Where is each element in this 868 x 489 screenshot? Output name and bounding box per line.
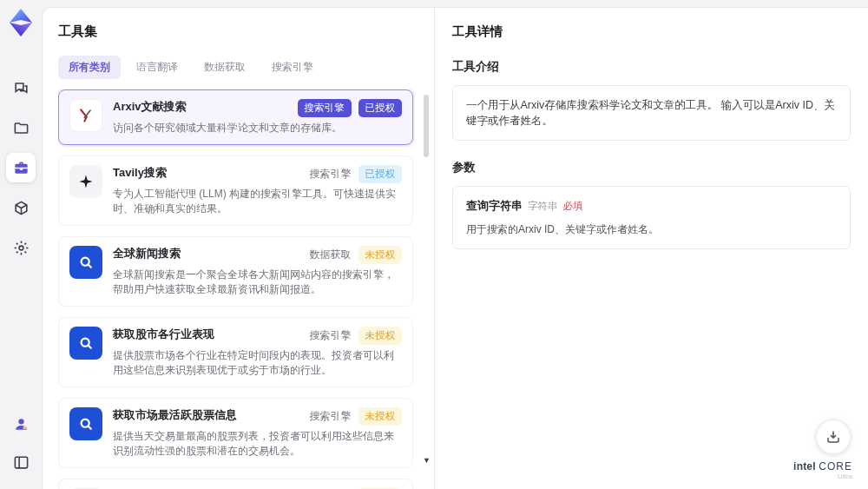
category-tabs: 所有类别 语言翻译 数据获取 搜索引擎 (58, 56, 434, 79)
folder-icon (13, 120, 30, 136)
scrollbar-thumb[interactable] (424, 95, 429, 157)
tab-search-engine[interactable]: 搜索引擎 (261, 56, 324, 79)
details-column: 工具详情 工具介绍 一个用于从Arxiv存储库搜索科学论文和文章的工具。 输入可… (435, 8, 868, 489)
auth-badge: 已授权 (358, 99, 403, 117)
tool-name: Arxiv文献搜索 (113, 99, 187, 115)
category-label: 搜索引擎 (310, 409, 352, 424)
sidebar-item-tools[interactable] (6, 153, 36, 182)
blue-search-icon (69, 246, 102, 279)
tool-description: 专为人工智能代理 (LLM) 构建的搜索引擎工具。可快速提供实时、准确和真实的结… (113, 187, 402, 216)
sidebar-rail (0, 0, 42, 489)
blue-search-icon (69, 407, 102, 440)
tool-name: Tavily搜索 (113, 165, 167, 181)
scrollbar-down-arrow[interactable]: ▼ (423, 456, 431, 465)
blue-search-icon (69, 327, 102, 360)
tool-description: 访问各个研究领域大量科学论文和文章的存储库。 (113, 121, 402, 135)
tool-card-sector-performance[interactable]: 获取股市各行业表现 搜索引擎 未授权 提供股票市场各个行业在特定时间段内的表现。… (58, 317, 413, 387)
briefcase-icon (13, 160, 30, 176)
auth-badge: 已授权 (358, 165, 403, 183)
auth-badge: 未授权 (358, 407, 403, 426)
tool-description: 提供股票市场各个行业在特定时间段内的表现。投资者可以利用这些信息来识别表现优于或… (113, 348, 402, 378)
sidebar-item-settings[interactable] (6, 233, 36, 262)
sidebar-item-files[interactable] (6, 113, 36, 142)
tool-name: 获取市场最活跃股票信息 (113, 407, 237, 423)
page-title: 工具集 (58, 23, 434, 40)
tool-card-regional-news[interactable]: 万维地区新闻查询 搜索引擎 未授权 查询具体行政区划内的新闻，快速了解各地新闻动 (58, 479, 413, 489)
param-description: 用于搜索的Arxiv ID、关键字或作者姓名。 (466, 221, 837, 237)
category-badge: 搜索引擎 (298, 99, 352, 117)
category-label: 搜索引擎 (310, 328, 352, 343)
gear-icon (13, 240, 30, 256)
tab-all-categories[interactable]: 所有类别 (58, 56, 121, 79)
tool-description: 提供当天交易量最高的股票列表，投资者可以利用这些信息来识别流动性强的股票和潜在的… (113, 429, 402, 459)
tool-card-tavily[interactable]: Tavily搜索 搜索引擎 已授权 专为人工智能代理 (LLM) 构建的搜索引擎… (58, 155, 413, 226)
arxiv-icon (69, 99, 102, 132)
intro-heading: 工具介绍 (452, 59, 851, 75)
sidebar-item-models[interactable] (6, 193, 36, 222)
tab-language-translate[interactable]: 语言翻译 (126, 56, 188, 79)
tool-name: 获取股市各行业表现 (113, 327, 214, 342)
param-box: 查询字符串 字符串 必填 用于搜索的Arxiv ID、关键字或作者姓名。 (452, 186, 851, 249)
user-icon (13, 416, 30, 433)
sidebar-item-collapse[interactable] (6, 447, 36, 477)
auth-badge: 未授权 (358, 327, 403, 345)
tool-card-arxiv[interactable]: Arxiv文献搜索 搜索引擎 已授权 访问各个研究领域大量科学论文和文章的存储库… (58, 89, 413, 145)
param-name: 查询字符串 (466, 198, 523, 214)
download-button[interactable] (816, 420, 851, 454)
category-label: 数据获取 (310, 248, 352, 262)
tool-name: 全球新闻搜索 (113, 246, 181, 261)
category-label: 搜索引擎 (310, 167, 352, 182)
param-required-badge: 必填 (563, 198, 583, 214)
tools-column: 工具集 所有类别 语言翻译 数据获取 搜索引擎 Arxiv文献搜索 (43, 8, 435, 489)
tavily-star-icon (69, 165, 102, 198)
intro-box: 一个用于从Arxiv存储库搜索科学论文和文章的工具。 输入可以是Arxiv ID… (452, 85, 851, 141)
tool-card-active-stocks[interactable]: 获取市场最活跃股票信息 搜索引擎 未授权 提供当天交易量最高的股票列表，投资者可… (58, 398, 413, 468)
sidebar-item-user[interactable] (6, 409, 36, 439)
core-wordmark: CORE (819, 460, 852, 472)
download-icon (825, 429, 841, 445)
details-title: 工具详情 (452, 23, 851, 40)
brand-sub-label: Ultra (793, 472, 852, 482)
params-heading: 参数 (452, 160, 851, 175)
intel-wordmark: intel (793, 460, 816, 472)
cube-icon (13, 200, 30, 216)
list-scrollbar: ▼ (422, 91, 431, 489)
app-logo (8, 9, 34, 36)
tool-description: 全球新闻搜索是一个聚合全球各大新闻网站内容的搜索引擎，帮助用户快速获取全球最新资… (113, 268, 402, 297)
tool-list: Arxiv文献搜索 搜索引擎 已授权 访问各个研究领域大量科学论文和文章的存储库… (58, 89, 434, 489)
sidebar-item-chat[interactable] (6, 73, 36, 102)
main-panel: 工具集 所有类别 语言翻译 数据获取 搜索引擎 Arxiv文献搜索 (42, 7, 868, 489)
auth-badge: 未授权 (358, 246, 403, 264)
panel-toggle-icon (13, 454, 30, 471)
chat-icon (13, 80, 30, 96)
tab-data-fetch[interactable]: 数据获取 (194, 56, 256, 79)
tool-card-global-news[interactable]: 全球新闻搜索 数据获取 未授权 全球新闻搜索是一个聚合全球各大新闻网站内容的搜索… (58, 236, 413, 307)
param-type: 字符串 (528, 198, 558, 214)
intel-core-logo: intel CORE Ultra (793, 461, 852, 482)
